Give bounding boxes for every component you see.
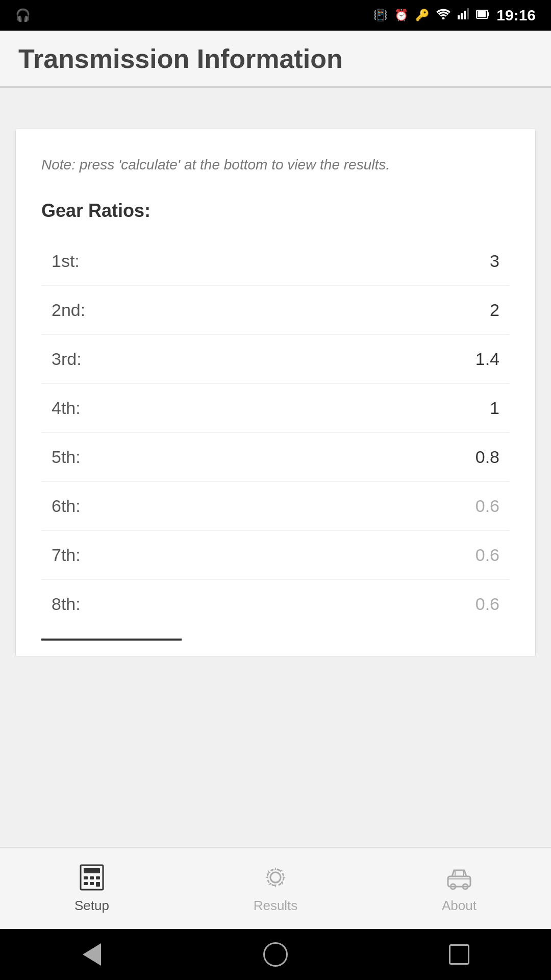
nav-label-setup: Setup xyxy=(74,898,109,914)
gear-label: 6th: xyxy=(52,496,81,516)
status-bar: 🎧 📳 ⏰ 🔑 xyxy=(0,0,551,31)
battery-icon xyxy=(476,9,489,22)
gear-row: 5th:0.8 xyxy=(41,433,510,482)
svg-rect-21 xyxy=(448,878,470,879)
gear-label: 1st: xyxy=(52,251,80,271)
svg-point-16 xyxy=(270,872,281,883)
svg-rect-15 xyxy=(96,882,100,887)
alarm-icon: ⏰ xyxy=(394,9,408,22)
svg-rect-6 xyxy=(488,12,489,16)
svg-rect-2 xyxy=(461,13,463,19)
gear-row: 4th:1 xyxy=(41,384,510,433)
status-left: 🎧 xyxy=(15,8,31,22)
gear-value: 0.6 xyxy=(475,496,499,516)
spacer xyxy=(0,88,551,108)
svg-rect-22 xyxy=(455,870,463,876)
gear-row: 6th:0.6 xyxy=(41,482,510,531)
gear-label: 8th: xyxy=(52,594,81,614)
note-text: Note: press 'calculate' at the bottom to… xyxy=(41,155,510,175)
about-icon xyxy=(445,863,473,894)
gear-value: 0.6 xyxy=(475,594,499,614)
page-title: Transmission Information xyxy=(18,43,343,74)
gear-row: 1st:3 xyxy=(41,237,510,286)
svg-rect-11 xyxy=(90,876,94,879)
results-icon xyxy=(261,863,290,894)
gear-ratio-list: 1st:32nd:23rd:1.44th:15th:0.86th:0.67th:… xyxy=(41,237,510,628)
nav-item-about[interactable]: About xyxy=(367,855,551,922)
system-nav-bar xyxy=(0,929,551,980)
gear-ratios-card: Note: press 'calculate' at the bottom to… xyxy=(15,129,536,656)
wifi-icon xyxy=(436,8,450,22)
svg-rect-1 xyxy=(458,15,460,19)
svg-rect-13 xyxy=(84,882,88,885)
main-content: Note: press 'calculate' at the bottom to… xyxy=(0,108,551,847)
recents-button[interactable] xyxy=(444,939,474,970)
status-right: 📳 ⏰ 🔑 19:16 xyxy=(373,7,536,24)
phone-icon: 🎧 xyxy=(15,8,31,22)
gear-value: 3 xyxy=(490,251,499,271)
vibrate-icon: 📳 xyxy=(373,9,387,22)
gear-row: 3rd:1.4 xyxy=(41,335,510,384)
bottom-nav: Setup Results xyxy=(0,847,551,929)
setup-icon xyxy=(78,863,106,894)
gear-label: 2nd: xyxy=(52,300,85,320)
gear-value: 0.8 xyxy=(475,447,499,467)
svg-rect-14 xyxy=(90,882,94,885)
svg-rect-12 xyxy=(96,876,100,879)
section-title: Gear Ratios: xyxy=(41,200,510,222)
gear-label: 4th: xyxy=(52,398,81,418)
home-button[interactable] xyxy=(260,939,291,970)
gear-row: 2nd:2 xyxy=(41,286,510,335)
nav-item-results[interactable]: Results xyxy=(184,855,367,922)
svg-rect-4 xyxy=(467,8,469,19)
svg-rect-9 xyxy=(84,868,100,873)
gear-row: 8th:0.6 xyxy=(41,580,510,628)
signal-icon xyxy=(458,8,469,22)
gear-value: 0.6 xyxy=(475,545,499,565)
gear-value: 1.4 xyxy=(475,349,499,369)
app-bar: Transmission Information xyxy=(0,31,551,87)
svg-rect-7 xyxy=(478,11,486,17)
gear-value: 1 xyxy=(490,398,499,418)
vpn-key-icon: 🔑 xyxy=(415,9,429,22)
gear-label: 3rd: xyxy=(52,349,82,369)
status-time: 19:16 xyxy=(496,7,536,24)
gear-label: 5th: xyxy=(52,447,81,467)
nav-label-results: Results xyxy=(254,898,298,914)
scroll-indicator xyxy=(41,639,182,641)
svg-rect-3 xyxy=(464,11,466,19)
svg-point-0 xyxy=(442,17,445,20)
nav-item-setup[interactable]: Setup xyxy=(0,855,184,922)
back-button[interactable] xyxy=(77,939,107,970)
gear-value: 2 xyxy=(490,300,499,320)
gear-row: 7th:0.6 xyxy=(41,531,510,580)
nav-label-about: About xyxy=(442,898,477,914)
gear-label: 7th: xyxy=(52,545,81,565)
svg-rect-10 xyxy=(84,876,88,879)
